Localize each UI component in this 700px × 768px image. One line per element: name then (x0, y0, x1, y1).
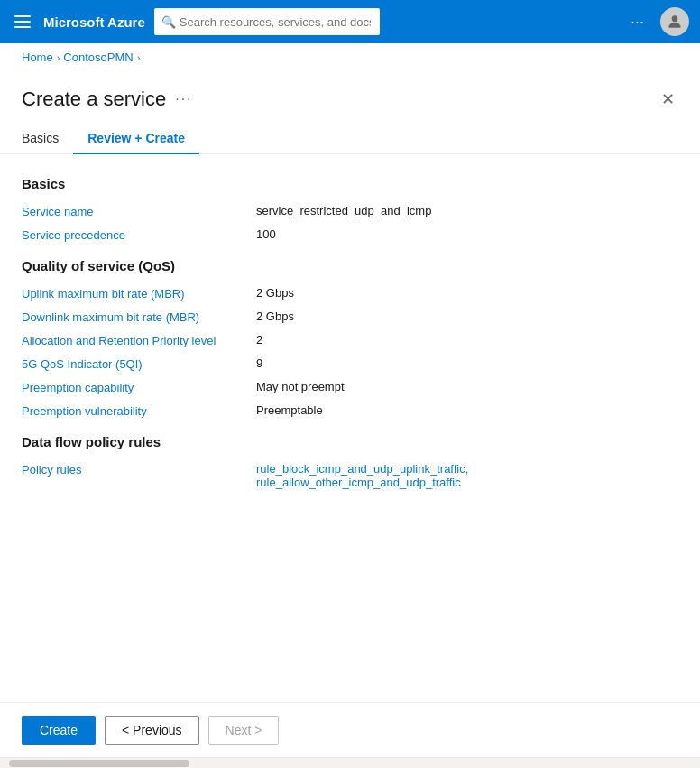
field-preemption-vul: Preemption vulnerability Preemptable (22, 403, 678, 418)
topbar: Microsoft Azure 🔍 ··· (0, 0, 700, 43)
breadcrumb-sep-2: › (137, 52, 141, 63)
topbar-more-button[interactable]: ··· (623, 9, 651, 35)
previous-button[interactable]: < Previous (105, 716, 199, 745)
search-wrap: 🔍 (154, 8, 380, 35)
breadcrumb: Home › ContosoPMN › (0, 43, 700, 71)
search-input[interactable] (154, 8, 380, 35)
content-area: Basics Service name service_restricted_u… (0, 154, 700, 702)
field-label-policy-rules: Policy rules (22, 462, 256, 477)
field-service-precedence: Service precedence 100 (22, 227, 678, 242)
next-button: Next > (208, 716, 280, 745)
field-downlink-mbr: Downlink maximum bit rate (MBR) 2 Gbps (22, 310, 678, 324)
field-label-service-precedence: Service precedence (22, 227, 256, 242)
field-label-preemption-vul: Preemption vulnerability (22, 403, 256, 418)
close-button[interactable]: ✕ (658, 86, 678, 113)
horizontal-scrollbar[interactable] (0, 757, 700, 768)
panel-title-wrap: Create a service ··· (22, 88, 193, 111)
hamburger-menu[interactable] (11, 12, 34, 32)
field-policy-rules: Policy rules rule_block_icmp_and_udp_upl… (22, 462, 678, 489)
page-title: Create a service (22, 88, 166, 111)
field-label-preemption-cap: Preemption capability (22, 380, 256, 394)
field-service-name: Service name service_restricted_udp_and_… (22, 204, 678, 218)
panel-header: Create a service ··· ✕ (0, 71, 700, 113)
field-value-arp: 2 (256, 333, 262, 347)
panel-more-button[interactable]: ··· (175, 91, 192, 107)
field-value-downlink-mbr: 2 Gbps (256, 310, 294, 323)
field-value-service-name: service_restricted_udp_and_icmp (256, 204, 431, 217)
create-button[interactable]: Create (22, 716, 96, 745)
field-label-5qi: 5G QoS Indicator (5QI) (22, 356, 256, 371)
svg-rect-0 (14, 15, 31, 17)
field-5qi: 5G QoS Indicator (5QI) 9 (22, 356, 678, 371)
field-preemption-cap: Preemption capability May not preempt (22, 380, 678, 394)
svg-point-3 (672, 15, 678, 22)
field-label-uplink-mbr: Uplink maximum bit rate (MBR) (22, 286, 256, 301)
breadcrumb-contoso[interactable]: ContosoPMN (63, 51, 133, 64)
field-label-downlink-mbr: Downlink maximum bit rate (MBR) (22, 310, 256, 324)
field-value-service-precedence: 100 (256, 227, 276, 241)
field-value-policy-rules: rule_block_icmp_and_udp_uplink_traffic, … (256, 462, 671, 489)
tab-review-create[interactable]: Review + Create (73, 124, 199, 154)
footer: Create < Previous Next > (0, 702, 700, 757)
data-flow-section-heading: Data flow policy rules (22, 434, 678, 449)
qos-section-heading: Quality of service (QoS) (22, 258, 678, 273)
field-value-preemption-vul: Preemptable (256, 403, 323, 417)
svg-rect-2 (14, 26, 31, 28)
field-arp: Allocation and Retention Priority level … (22, 333, 678, 347)
field-uplink-mbr: Uplink maximum bit rate (MBR) 2 Gbps (22, 286, 678, 301)
user-avatar[interactable] (660, 7, 689, 36)
tab-basics[interactable]: Basics (22, 124, 73, 154)
tabs: Basics Review + Create (0, 113, 700, 154)
scrollbar-thumb[interactable] (9, 760, 189, 767)
field-label-arp: Allocation and Retention Priority level (22, 333, 256, 347)
field-value-preemption-cap: May not preempt (256, 380, 345, 393)
field-value-uplink-mbr: 2 Gbps (256, 286, 294, 300)
field-value-5qi: 9 (256, 356, 262, 370)
field-label-service-name: Service name (22, 204, 256, 218)
svg-rect-1 (14, 21, 31, 23)
breadcrumb-sep-1: › (57, 52, 60, 63)
basics-section-heading: Basics (22, 176, 678, 191)
breadcrumb-home[interactable]: Home (22, 51, 53, 64)
topbar-title: Microsoft Azure (43, 14, 145, 30)
main-panel: Create a service ··· ✕ Basics Review + C… (0, 71, 700, 768)
